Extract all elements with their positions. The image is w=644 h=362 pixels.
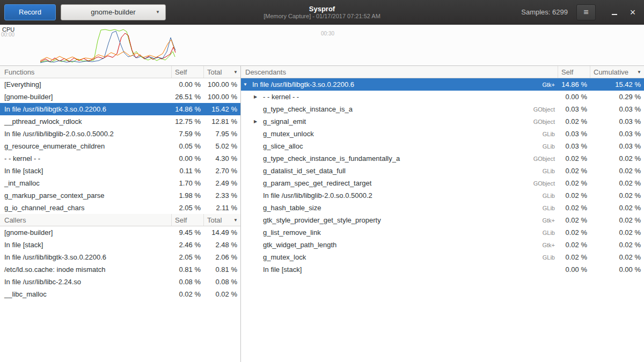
- column-header-descendants[interactable]: Descendants: [241, 66, 558, 78]
- process-selector-dropdown[interactable]: gnome-builder ▼: [61, 4, 166, 20]
- tree-row[interactable]: ▼In file /usr/lib/libgtk-3.so.0.2200.6Gt…: [241, 78, 644, 91]
- symbol-name: - - kernel - -: [263, 93, 299, 101]
- cumulative-percent: 0.02 %: [590, 216, 644, 224]
- cpu-graph-area[interactable]: CPU 00:00 00:30: [0, 25, 644, 66]
- category-label: GObject: [526, 180, 558, 187]
- expander-right-icon[interactable]: ▶: [254, 119, 263, 124]
- table-row[interactable]: g_resource_enumerate_children0.05 %5.02 …: [0, 140, 240, 152]
- symbol-name: g_slice_alloc: [263, 142, 303, 150]
- self-percent: 0.00 %: [172, 80, 204, 88]
- self-percent: 0.11 %: [172, 167, 204, 175]
- tree-row[interactable]: ▶g_signal_emitGObject0.02 %0.03 %: [241, 115, 644, 128]
- table-row[interactable]: In file /usr/lib/libgtk-3.so.0.2200.614.…: [0, 103, 240, 115]
- tree-row[interactable]: g_hash_table_sizeGLib0.02 %0.02 %: [241, 202, 644, 214]
- tree-row[interactable]: g_mutex_lockGLib0.02 %0.02 %: [241, 251, 644, 263]
- symbol-name: g_signal_emit: [263, 117, 306, 125]
- symbol-name-cell: g_param_spec_get_redirect_target: [241, 179, 526, 187]
- table-row[interactable]: [gnome-builder]9.45 %14.49 %: [0, 226, 240, 239]
- callers-table-header: Callers Self Total ▼: [0, 214, 240, 226]
- tree-row[interactable]: g_list_remove_linkGLib0.02 %0.02 %: [241, 226, 644, 239]
- sort-indicator-icon: ▼: [233, 70, 238, 75]
- cumulative-percent: 0.03 %: [590, 117, 644, 125]
- table-row[interactable]: g_markup_parse_context_parse1.98 %2.33 %: [0, 189, 240, 202]
- tree-row[interactable]: g_slice_allocGLib0.03 %0.03 %: [241, 140, 644, 152]
- self-percent: 0.02 %: [558, 228, 590, 237]
- total-percent: 2.48 %: [204, 241, 240, 249]
- column-header-callers[interactable]: Callers: [0, 214, 172, 226]
- symbol-name-cell: g_hash_table_size: [241, 204, 526, 212]
- table-row[interactable]: - - kernel - -0.00 %4.30 %: [0, 152, 240, 165]
- table-row[interactable]: In file /usr/lib/libglib-2.0.so.0.5000.2…: [0, 128, 240, 140]
- tree-row[interactable]: gtk_style_provider_get_style_propertyGtk…: [241, 214, 644, 226]
- symbol-name-cell: g_type_check_instance_is_fundamentally_a: [241, 154, 526, 162]
- tree-row[interactable]: In file [stack]0.00 %0.00 %: [241, 263, 644, 276]
- record-button[interactable]: Record: [4, 4, 56, 20]
- cpu-orange-line: [40, 40, 174, 61]
- tree-row[interactable]: g_datalist_id_set_data_fullGLib0.02 %0.0…: [241, 165, 644, 177]
- symbol-name: In file /usr/lib/libglib-2.0.so.0.5000.2: [0, 130, 172, 138]
- symbol-name: g_datalist_id_set_data_full: [263, 167, 346, 175]
- symbol-name: In file /usr/lib/libglib-2.0.so.0.5000.2: [263, 191, 372, 200]
- tree-row[interactable]: g_param_spec_get_redirect_targetGObject0…: [241, 177, 644, 189]
- total-percent: 14.49 %: [204, 228, 240, 237]
- table-row[interactable]: __libc_malloc0.02 %0.02 %: [0, 288, 240, 300]
- column-header-self[interactable]: Self: [172, 66, 204, 78]
- tree-row[interactable]: In file /usr/lib/libglib-2.0.so.0.5000.2…: [241, 189, 644, 202]
- expander-down-icon[interactable]: ▼: [243, 82, 252, 87]
- column-header-total-label: Total: [207, 68, 222, 76]
- process-selector-value: gnome-builder: [91, 8, 135, 16]
- table-row[interactable]: [Everything]0.00 %100.00 %: [0, 78, 240, 91]
- minimize-icon: [612, 14, 617, 15]
- total-percent: 4.30 %: [204, 154, 240, 162]
- cumulative-percent: 0.03 %: [590, 130, 644, 138]
- cumulative-percent: 0.02 %: [590, 204, 644, 212]
- column-header-total[interactable]: Total ▼: [204, 66, 240, 78]
- menu-button[interactable]: ≡: [576, 4, 596, 20]
- column-header-self[interactable]: Self: [558, 66, 590, 78]
- samples-count: Samples: 6299: [521, 8, 568, 16]
- close-icon: ×: [630, 8, 636, 17]
- symbol-name-cell: g_list_remove_link: [241, 228, 526, 237]
- column-header-cumulative-label: Cumulative: [594, 68, 628, 76]
- category-label: GLib: [526, 230, 558, 236]
- column-header-functions[interactable]: Functions: [0, 66, 172, 78]
- sort-indicator-icon: ▼: [637, 70, 641, 75]
- table-row[interactable]: g_io_channel_read_chars2.05 %2.11 %: [0, 202, 240, 214]
- column-header-self[interactable]: Self: [172, 214, 204, 226]
- symbol-name: In file /usr/lib/libgtk-3.so.0.2200.6: [252, 80, 354, 88]
- close-button[interactable]: ×: [626, 5, 640, 19]
- symbol-name: _int_malloc: [0, 179, 172, 187]
- column-header-total-label: Total: [207, 216, 222, 224]
- table-row[interactable]: In file [stack]2.46 %2.48 %: [0, 239, 240, 251]
- column-header-cumulative[interactable]: Cumulative ▼: [590, 66, 644, 78]
- column-header-total[interactable]: Total ▼: [204, 214, 240, 226]
- total-percent: 2.11 %: [204, 204, 240, 212]
- table-row[interactable]: /etc/ld.so.cache: inode mismatch0.81 %0.…: [0, 263, 240, 276]
- category-label: GLib: [526, 205, 558, 211]
- tree-row[interactable]: g_type_check_instance_is_fundamentally_a…: [241, 152, 644, 165]
- tree-row[interactable]: ▶- - kernel - -0.00 %0.29 %: [241, 91, 644, 103]
- table-row[interactable]: _int_malloc1.70 %2.49 %: [0, 177, 240, 189]
- symbol-name: g_markup_parse_context_parse: [0, 191, 172, 200]
- table-row[interactable]: In file /usr/lib/libgtk-3.so.0.2200.62.0…: [0, 251, 240, 263]
- table-row[interactable]: __pthread_rwlock_rdlock12.75 %12.81 %: [0, 115, 240, 128]
- expander-right-icon[interactable]: ▶: [254, 94, 263, 99]
- tree-row[interactable]: gtk_widget_path_lengthGtk+0.02 %0.02 %: [241, 239, 644, 251]
- self-percent: 0.02 %: [558, 117, 590, 125]
- minimize-button[interactable]: [608, 5, 621, 19]
- table-row[interactable]: In file [stack]0.11 %2.70 %: [0, 165, 240, 177]
- symbol-name: /etc/ld.so.cache: inode mismatch: [0, 265, 172, 274]
- self-percent: 2.05 %: [172, 204, 204, 212]
- table-row[interactable]: [gnome-builder]26.51 %100.00 %: [0, 91, 240, 103]
- self-percent: 0.00 %: [172, 154, 204, 162]
- left-panel: Functions Self Total ▼ [Everything]0.00 …: [0, 66, 240, 362]
- tree-row[interactable]: g_type_check_instance_is_aGObject0.03 %0…: [241, 103, 644, 115]
- table-row[interactable]: In file /usr/lib/libc-2.24.so0.08 %0.08 …: [0, 276, 240, 288]
- symbol-name-cell: In file /usr/lib/libglib-2.0.so.0.5000.2: [241, 191, 526, 200]
- symbol-name-cell: g_mutex_lock: [241, 253, 526, 261]
- time-tick-start: 00:00: [1, 32, 14, 38]
- self-percent: 9.45 %: [172, 228, 204, 237]
- category-label: GLib: [526, 254, 558, 261]
- tree-row[interactable]: g_mutex_unlockGLib0.03 %0.03 %: [241, 128, 644, 140]
- symbol-name-cell: ▶g_signal_emit: [241, 117, 526, 125]
